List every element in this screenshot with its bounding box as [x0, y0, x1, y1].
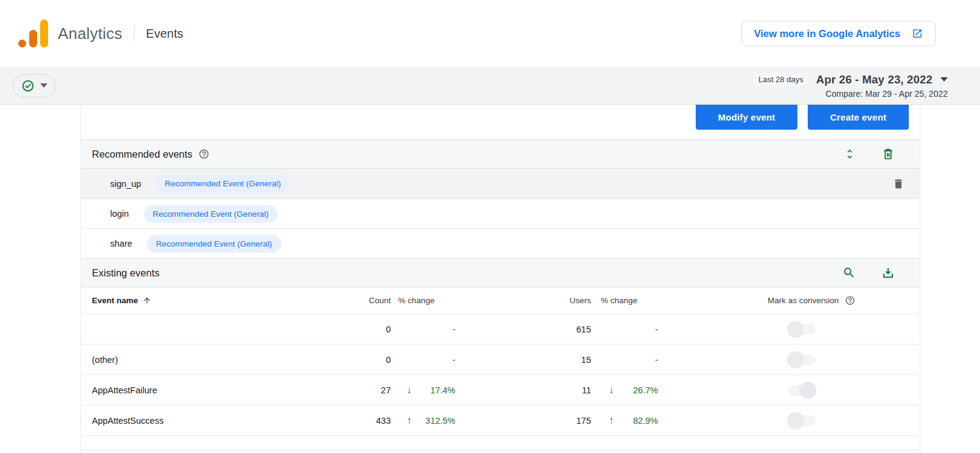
- page-title: Events: [146, 27, 183, 41]
- event-name-cell: AppAttestFailure: [92, 385, 330, 395]
- caret-down-icon: [40, 83, 47, 88]
- status-filter-dropdown[interactable]: [12, 74, 56, 97]
- table-row[interactable]: AppAttestSuccess 433 ↑ 312.5% 175 ↑ 82.9…: [81, 406, 920, 436]
- change-arrow-up-icon: ↑: [609, 415, 614, 426]
- count-change-cell: ↓ 17.4%: [391, 385, 455, 395]
- search-icon[interactable]: [842, 266, 856, 279]
- content-area: Modify event Create event Recommended ev…: [0, 105, 980, 453]
- view-more-label: View more in Google Analytics: [754, 28, 900, 40]
- bottom-gap: [81, 436, 920, 450]
- actions-row: Modify event Create event: [81, 105, 920, 139]
- header-divider: [134, 26, 135, 41]
- count-cell: 433: [330, 416, 391, 426]
- recommended-event-badge: Recommended Event (General): [144, 205, 278, 223]
- date-range-block: Last 28 days Apr 26 - May 23, 2022 Compa…: [754, 73, 948, 99]
- events-card: Modify event Create event Recommended ev…: [80, 105, 920, 453]
- sort-arrow-up-icon: [142, 296, 152, 305]
- event-name-cell: (other): [92, 355, 330, 365]
- delete-all-trash-icon[interactable]: [881, 147, 895, 161]
- compare-range: Compare: Mar 29 - Apr 25, 2022: [754, 89, 948, 99]
- date-range-value: Apr 26 - May 23, 2022: [816, 73, 933, 86]
- help-circle-icon[interactable]: [845, 295, 855, 306]
- column-users[interactable]: Users: [455, 296, 591, 305]
- recommended-events-header: Recommended events: [81, 139, 920, 169]
- users-cell: 175: [455, 416, 591, 426]
- unfold-more-icon[interactable]: [844, 148, 856, 160]
- table-row[interactable]: 0 - 615 -: [81, 314, 920, 345]
- users-cell: 15: [455, 355, 591, 365]
- change-arrow-down-icon: ↓: [609, 384, 614, 396]
- count-cell: 27: [330, 385, 391, 395]
- event-name: share: [110, 239, 132, 248]
- change-arrow-up-icon: ↑: [407, 415, 412, 426]
- change-arrow-down-icon: ↓: [407, 384, 412, 396]
- mark-as-conversion-toggle[interactable]: [787, 351, 816, 368]
- conversion-cell: [658, 382, 909, 399]
- users-change-cell: -: [591, 355, 658, 365]
- column-users-change[interactable]: % change: [591, 296, 658, 305]
- date-range-selector[interactable]: Last 28 days Apr 26 - May 23, 2022: [754, 73, 948, 86]
- recommended-event-badge: Recommended Event (General): [147, 235, 281, 253]
- analytics-logo-icon: [18, 19, 48, 47]
- table-row[interactable]: AppAttestFailure 27 ↓ 17.4% 11 ↓ 26.7%: [81, 375, 920, 406]
- table-row[interactable]: (other) 0 - 15 -: [81, 345, 920, 375]
- view-more-button[interactable]: View more in Google Analytics: [741, 21, 936, 46]
- users-change-cell: ↓ 26.7%: [591, 385, 658, 395]
- filter-toolbar: Last 28 days Apr 26 - May 23, 2022 Compa…: [0, 67, 980, 105]
- users-cell: 615: [455, 325, 591, 334]
- conversion-cell: [658, 321, 909, 338]
- event-name: sign_up: [110, 179, 141, 189]
- app-name: Analytics: [58, 24, 122, 43]
- users-change-cell: ↑ 82.9%: [591, 415, 658, 426]
- period-badge: Last 28 days: [754, 73, 808, 86]
- recommended-row-share[interactable]: share Recommended Event (General): [81, 228, 920, 258]
- check-circle-icon: [21, 79, 35, 93]
- recommended-row-sign-up[interactable]: sign_up Recommended Event (General): [81, 169, 920, 198]
- count-cell: 0: [330, 355, 391, 365]
- count-change-cell: ↑ 312.5%: [391, 415, 455, 426]
- mark-as-conversion-toggle[interactable]: [787, 321, 816, 338]
- open-in-new-icon: [912, 28, 923, 39]
- count-cell: 0: [330, 325, 391, 334]
- recommended-events-title: Recommended events: [92, 149, 192, 160]
- event-name: login: [110, 209, 129, 219]
- app-header: Analytics Events View more in Google Ana…: [0, 0, 980, 67]
- users-change-cell: -: [591, 325, 658, 334]
- modify-event-button[interactable]: Modify event: [696, 105, 797, 130]
- conversion-cell: [658, 412, 909, 429]
- conversion-cell: [658, 351, 909, 368]
- existing-events-title: Existing events: [92, 267, 159, 279]
- column-event-name[interactable]: Event name: [92, 296, 330, 305]
- help-circle-icon[interactable]: [198, 149, 209, 160]
- caret-down-icon: [940, 77, 948, 82]
- recommended-row-login[interactable]: login Recommended Event (General): [81, 198, 920, 228]
- mark-as-conversion-toggle[interactable]: [787, 382, 816, 399]
- mark-as-conversion-toggle[interactable]: [787, 412, 816, 429]
- create-event-button[interactable]: Create event: [808, 105, 909, 130]
- existing-events-header: Existing events: [81, 258, 920, 287]
- event-name-cell: AppAttestSuccess: [92, 416, 330, 426]
- column-mark-as-conversion: Mark as conversion: [658, 295, 909, 306]
- recommended-event-badge: Recommended Event (General): [156, 175, 290, 192]
- next-row-edge: [81, 450, 920, 451]
- column-count[interactable]: Count: [330, 296, 391, 305]
- download-icon[interactable]: [881, 266, 895, 279]
- count-change-cell: -: [391, 355, 455, 365]
- column-count-change[interactable]: % change: [391, 296, 455, 305]
- row-trash-icon[interactable]: [892, 178, 905, 190]
- table-header-row: Event name Count % change Users % change…: [81, 287, 920, 314]
- count-change-cell: -: [391, 325, 455, 334]
- users-cell: 11: [455, 385, 591, 395]
